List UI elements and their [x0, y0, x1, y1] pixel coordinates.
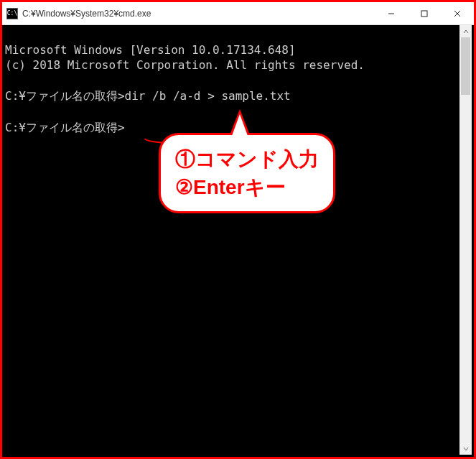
annotation-callout: ①コマンド入力 ②Enterキー: [159, 133, 335, 213]
prompt-path: C:¥ファイル名の取得>: [5, 121, 125, 134]
minimize-icon: [388, 10, 395, 17]
minimize-button[interactable]: [375, 2, 408, 24]
maximize-icon: [421, 10, 428, 17]
callout-line: ②Enterキー: [175, 173, 319, 201]
chevron-up-icon: [463, 29, 469, 34]
scroll-up-button[interactable]: [459, 25, 472, 37]
window-title: C:¥Windows¥System32¥cmd.exe: [22, 9, 151, 19]
scroll-down-button[interactable]: [459, 442, 472, 455]
titlebar[interactable]: C:\ C:¥Windows¥System32¥cmd.exe: [2, 2, 474, 25]
callout-line: ①コマンド入力: [175, 145, 319, 173]
maximize-button[interactable]: [408, 2, 441, 24]
chevron-down-icon: [463, 447, 469, 451]
terminal-line: (c) 2018 Microsoft Corporation. All righ…: [5, 58, 365, 72]
window-controls: [375, 2, 474, 24]
close-button[interactable]: [441, 2, 474, 24]
prompt-path: C:¥ファイル名の取得>: [5, 89, 125, 103]
terminal-prompt-line: C:¥ファイル名の取得>dir /b /a-d > sample.txt: [5, 89, 291, 103]
cmd-icon: C:\: [6, 8, 18, 19]
terminal-line: Microsoft Windows [Version 10.0.17134.64…: [5, 43, 296, 57]
cmd-window: C:\ C:¥Windows¥System32¥cmd.exe Microsof…: [0, 0, 476, 459]
vertical-scrollbar[interactable]: [459, 25, 472, 455]
svg-rect-1: [421, 11, 427, 17]
terminal-area[interactable]: Microsoft Windows [Version 10.0.17134.64…: [2, 25, 474, 457]
prompt-command: dir /b /a-d > sample.txt: [125, 89, 291, 103]
terminal-prompt-line: C:¥ファイル名の取得>: [5, 121, 125, 134]
scroll-thumb[interactable]: [461, 37, 470, 95]
close-icon: [454, 10, 461, 17]
scroll-track[interactable]: [459, 37, 472, 442]
